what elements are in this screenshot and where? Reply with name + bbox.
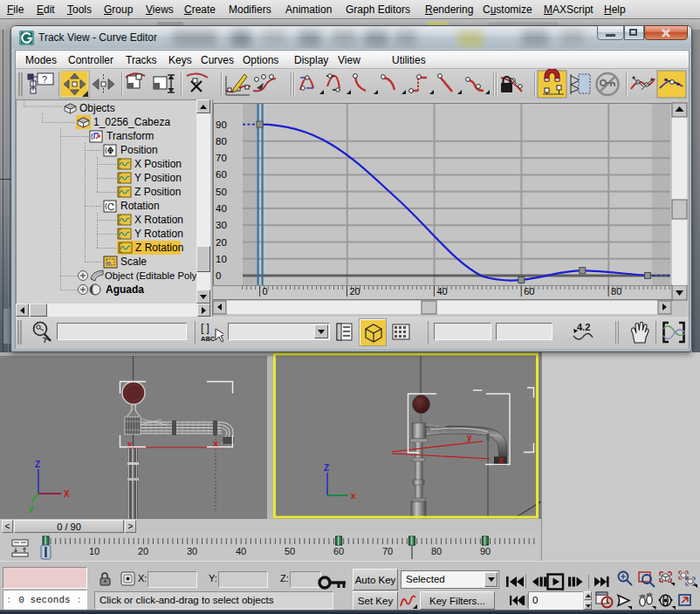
svg-text:Objects: Objects xyxy=(79,102,115,114)
svg-text:X: X xyxy=(64,489,70,499)
svg-text:y: y xyxy=(467,433,472,442)
svg-text:Y Rotation: Y Rotation xyxy=(134,228,183,240)
svg-text:Z Position: Z Position xyxy=(134,186,181,198)
svg-text:20: 20 xyxy=(138,546,148,556)
svg-text:Aguada: Aguada xyxy=(106,283,144,296)
svg-text:Position: Position xyxy=(120,144,158,156)
svg-text:60: 60 xyxy=(524,286,534,297)
svg-text:20: 20 xyxy=(350,286,360,297)
svg-text:50: 50 xyxy=(216,187,227,197)
svg-text:y: y xyxy=(29,503,34,513)
svg-text:10: 10 xyxy=(216,254,227,264)
svg-text:Object (Editable Poly): Object (Editable Poly) xyxy=(105,270,200,281)
svg-text:X Position: X Position xyxy=(134,158,182,170)
svg-text:70: 70 xyxy=(216,153,227,163)
svg-text:60: 60 xyxy=(333,546,344,556)
svg-text:90: 90 xyxy=(216,119,227,130)
svg-text:X Rotation: X Rotation xyxy=(134,214,183,226)
svg-text:x: x xyxy=(351,491,356,501)
svg-text:Rotation: Rotation xyxy=(120,200,160,212)
svg-text:70: 70 xyxy=(382,546,393,556)
svg-text:1_0256_Cabeza: 1_0256_Cabeza xyxy=(93,116,170,128)
svg-text:10: 10 xyxy=(89,546,100,556)
svg-text:90: 90 xyxy=(480,546,491,556)
svg-text:Transform: Transform xyxy=(106,130,154,142)
svg-text:0: 0 xyxy=(216,270,221,281)
svg-text:20: 20 xyxy=(216,237,227,248)
svg-text:Y Position: Y Position xyxy=(134,172,182,184)
svg-text:ABC: ABC xyxy=(201,335,216,343)
svg-text:[ ]: [ ] xyxy=(201,321,209,334)
svg-text:60: 60 xyxy=(216,169,227,180)
svg-text:40: 40 xyxy=(216,203,227,214)
svg-text:0: 0 xyxy=(263,286,268,297)
svg-text:80: 80 xyxy=(431,546,442,556)
svg-text:Scale: Scale xyxy=(120,256,147,268)
svg-text:Z: Z xyxy=(35,460,40,469)
svg-text:80: 80 xyxy=(611,286,621,297)
svg-text:30: 30 xyxy=(187,546,197,556)
svg-text:Z Rotation: Z Rotation xyxy=(135,242,183,254)
svg-text:40: 40 xyxy=(436,286,447,297)
svg-text:80: 80 xyxy=(216,136,227,147)
svg-text:30: 30 xyxy=(216,220,227,230)
svg-text:4.2: 4.2 xyxy=(577,322,590,332)
svg-text:x: x xyxy=(498,455,504,465)
svg-text:Z: Z xyxy=(324,463,329,473)
svg-text:50: 50 xyxy=(285,546,295,556)
svg-text:40: 40 xyxy=(236,546,246,556)
svg-text:?: ? xyxy=(42,74,47,85)
